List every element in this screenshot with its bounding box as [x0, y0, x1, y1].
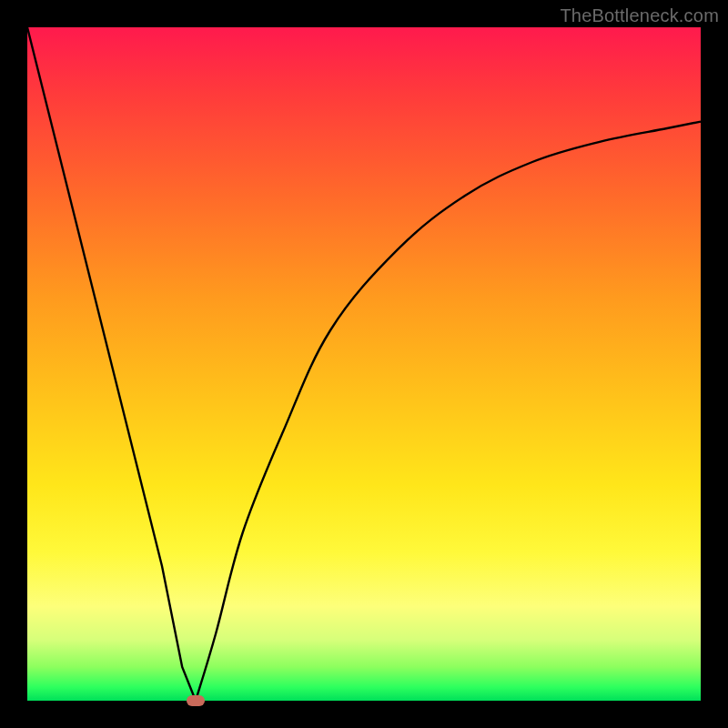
curve-layer [27, 27, 701, 701]
curve-left-branch [27, 27, 196, 701]
watermark-text: TheBottleneck.com [560, 5, 719, 26]
chart-frame: TheBottleneck.com [0, 0, 728, 728]
curve-right-branch [196, 122, 701, 701]
optimum-marker [187, 695, 205, 706]
plot-area [27, 27, 701, 701]
